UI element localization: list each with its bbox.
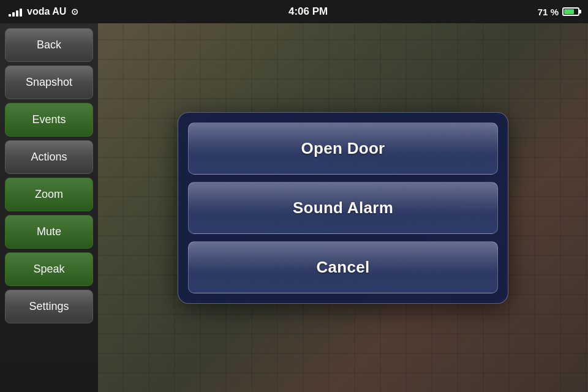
snapshot-button[interactable]: Snapshot [5,66,93,99]
battery-icon [562,7,579,16]
signal-bar-1 [9,14,11,17]
wifi-icon: ⊙ [71,7,78,17]
battery-percent: 71 % [538,7,559,17]
zoom-button[interactable]: Zoom [5,178,93,211]
signal-bar-4 [20,9,22,17]
signal-bars-icon [9,7,22,17]
speak-button[interactable]: Speak [5,252,93,286]
events-button[interactable]: Events [5,103,93,137]
status-bar: voda AU ⊙ 4:06 PM 71 % [0,0,588,23]
carrier-label: voda AU [27,6,66,17]
sound-alarm-button[interactable]: Sound Alarm [188,182,498,234]
cancel-button[interactable]: Cancel [188,241,498,293]
settings-button[interactable]: Settings [5,290,93,323]
status-right: 71 % [538,7,579,17]
mute-button[interactable]: Mute [5,215,93,249]
status-time: 4:06 PM [288,6,328,18]
status-left: voda AU ⊙ [9,6,78,17]
signal-bar-2 [12,12,15,17]
actions-button[interactable]: Actions [5,140,93,174]
signal-bar-3 [16,10,18,17]
action-sheet: Open Door Sound Alarm Cancel [178,112,508,304]
sidebar: Back Snapshot Events Actions Zoom Mute S… [0,23,98,392]
back-button[interactable]: Back [5,28,93,62]
action-sheet-overlay: Open Door Sound Alarm Cancel [98,23,588,392]
open-door-button[interactable]: Open Door [188,123,498,175]
